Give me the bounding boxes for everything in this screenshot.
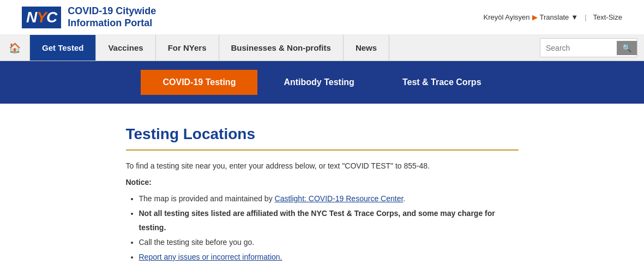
home-nav-item[interactable]: 🏠: [0, 35, 30, 61]
intro-text: To find a testing site near you, enter y…: [126, 161, 519, 170]
nyc-logo[interactable]: NYC: [22, 7, 61, 28]
title-divider: [126, 149, 519, 151]
translate-dropdown-icon: ▼: [571, 13, 578, 21]
nav-item-vaccines[interactable]: Vaccines: [96, 35, 155, 61]
translate-link[interactable]: Kreyòl Ayisyen ▶ Translate ▼: [484, 13, 579, 21]
separator: |: [585, 13, 586, 21]
translate-action: Translate: [540, 13, 569, 21]
logo-area: NYC COVID-19 Citywide Information Portal: [22, 5, 156, 29]
bullet-text-1b: .: [403, 194, 405, 203]
list-item: The map is provided and maintained by Ca…: [139, 192, 519, 206]
report-issues-link[interactable]: Report any issues or incorrect informati…: [139, 253, 282, 261]
translate-arrow: ▶: [532, 13, 538, 21]
bullet-text-3: Call the testing site before you go.: [139, 238, 255, 247]
bullet-text-2: Not all testing sites listed are affilia…: [139, 209, 495, 231]
nav-item-news[interactable]: News: [344, 35, 389, 61]
language-label: Kreyòl Ayisyen: [484, 13, 530, 21]
nav-spacer: [389, 35, 533, 61]
notice-list: The map is provided and maintained by Ca…: [126, 192, 519, 264]
page-title: Testing Locations: [126, 125, 519, 143]
notice-label: Notice:: [126, 178, 519, 187]
search-input[interactable]: [540, 41, 617, 55]
subnav-test-trace-corps[interactable]: Test & Trace Corps: [381, 70, 503, 95]
text-size-control[interactable]: Text-Size: [593, 13, 622, 21]
nyc-logo-box: NYC: [22, 7, 61, 28]
main-content: Testing Locations To find a testing site…: [115, 104, 529, 276]
subnav-antibody-testing[interactable]: Antibody Testing: [262, 70, 376, 95]
nav-bar: 🏠 Get Tested Vaccines For NYers Business…: [0, 35, 644, 61]
search-button[interactable]: 🔍: [617, 41, 637, 55]
nav-item-get-tested[interactable]: Get Tested: [30, 35, 96, 61]
nav-item-businesses[interactable]: Businesses & Non-profits: [219, 35, 344, 61]
home-icon: 🏠: [9, 42, 21, 54]
search-box: 🔍: [540, 38, 637, 57]
subnav-covid-testing[interactable]: COVID-19 Testing: [141, 70, 257, 95]
list-item: Report any issues or incorrect informati…: [139, 250, 519, 264]
castlight-link[interactable]: Castlight: COVID-19 Resource Center: [275, 194, 404, 203]
list-item: Not all testing sites listed are affilia…: [139, 207, 519, 234]
nav-item-for-nyers[interactable]: For NYers: [156, 35, 219, 61]
list-item: Call the testing site before you go.: [139, 236, 519, 249]
portal-title: COVID-19 Citywide Information Portal: [68, 5, 156, 29]
top-bar: NYC COVID-19 Citywide Information Portal…: [0, 0, 644, 35]
sub-nav: COVID-19 Testing Antibody Testing Test &…: [0, 61, 644, 104]
top-right: Kreyòl Ayisyen ▶ Translate ▼ | Text-Size: [484, 13, 622, 21]
bullet-text-1a: The map is provided and maintained by: [139, 194, 275, 203]
